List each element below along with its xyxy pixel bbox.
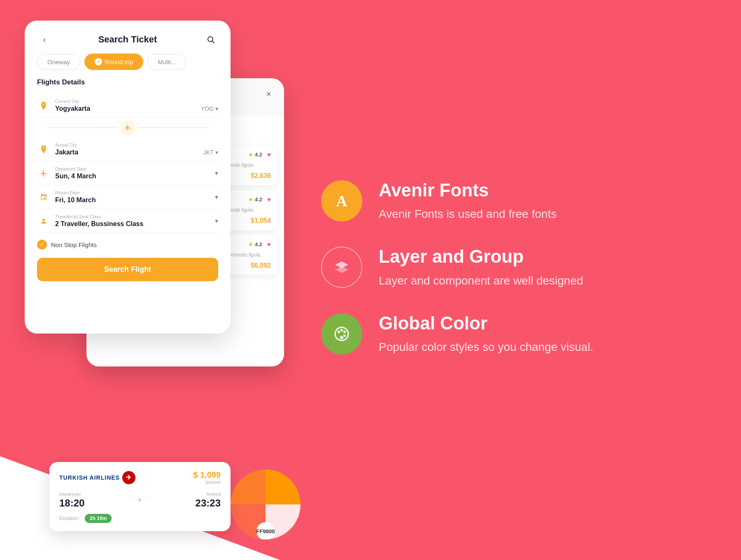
airline-logo: TURKISH AIRLINES ✈	[59, 471, 135, 484]
dashed-line-right	[138, 127, 206, 128]
color-circle-svg: FF9800	[231, 469, 301, 539]
arrival-location-icon	[37, 143, 50, 156]
right-section: A Avenir Fonts Avenir Fonts is used and …	[288, 0, 741, 560]
departure-date-field[interactable]: Departure Date Sun, 4 March ▾	[37, 161, 218, 185]
traveller-value: 2 Traveller, Bussiness Class	[55, 220, 215, 228]
traveller-icon	[37, 215, 50, 228]
arrival-city-content: Arrival City Jakarta JKT ▾	[55, 142, 218, 156]
trip-tabs: Oneway ✓ Round trip Multi...	[25, 54, 231, 78]
font-icon: A	[336, 192, 347, 210]
star-icon-0: ★	[248, 152, 253, 158]
svg-point-3	[338, 331, 340, 333]
svg-marker-1	[335, 266, 348, 273]
svg-point-4	[340, 329, 343, 331]
heart-icon-0[interactable]: ♥	[267, 151, 271, 158]
chevron-down-icon: ▾	[215, 105, 218, 112]
layer-feature-text: Layer and Group Layer and component are …	[379, 247, 583, 289]
color-value-text: FF9800	[256, 528, 275, 534]
location-icon	[37, 99, 50, 112]
close-button[interactable]: ✕	[263, 88, 274, 100]
result-rating-0: ★ 4.2 ♥	[248, 151, 271, 158]
dashed-line-left	[49, 127, 117, 128]
plane-divider	[37, 118, 218, 138]
ticket-price-block: $ 1,099 /person	[193, 470, 221, 485]
departure-date-value: Sun, 4 March	[55, 173, 215, 180]
price-per: /person	[193, 480, 221, 485]
avenir-description: Avenir Fonts is used and free fonts	[379, 206, 557, 222]
non-stop-row[interactable]: ✓ Non Stop Flights	[37, 233, 218, 258]
departure-date-label: Departure Date	[55, 166, 215, 171]
ticket-times: Departurer 18:20 ✈ Arrived 23:23	[59, 490, 221, 510]
search-icon-button[interactable]	[203, 32, 218, 47]
arrival-city-code: JKT ▾	[203, 149, 218, 156]
phone-header: ‹ Search Ticket	[25, 21, 231, 54]
return-date-value: Fri, 10 March	[55, 196, 215, 204]
arrival-city-field[interactable]: Arrival City Jakarta JKT ▾	[37, 138, 218, 161]
result-rating-2: ★ 4.2 ♥	[248, 241, 271, 248]
current-city-content: Current City Yogyakarta YOG ▾	[55, 99, 218, 112]
plane-center-icon: ✈	[126, 490, 154, 510]
duration-label: Duration :	[59, 516, 81, 521]
svg-point-6	[343, 334, 346, 337]
left-section: ‹ Search Ticket Oneway ✓ Round trip Mult…	[25, 12, 280, 548]
chevron-down-icon-dep: ▾	[215, 169, 218, 177]
price-amount: $ 1,099	[193, 470, 221, 480]
star-icon-1: ★	[248, 196, 253, 203]
chevron-down-icon-ret: ▾	[215, 193, 218, 201]
duration-badge: 2h 15m	[85, 514, 112, 523]
flights-details-title: Flights Details	[37, 78, 218, 86]
current-city-label: Current City	[55, 99, 218, 104]
current-city-field[interactable]: Current City Yogyakarta YOG ▾	[37, 94, 218, 118]
color-feature-text: Global Color Popular color styles so you…	[379, 313, 593, 355]
feature-color: Global Color Popular color styles so you…	[321, 313, 708, 355]
avenir-feature-text: Avenir Fonts Avenir Fonts is used and fr…	[379, 180, 557, 222]
arrived-time-value: 23:23	[196, 497, 221, 509]
departure-time-block: Departurer 18:20	[59, 492, 84, 509]
phone-card-main: ‹ Search Ticket Oneway ✓ Round trip Mult…	[25, 21, 231, 334]
current-city-value: Yogyakarta	[55, 105, 90, 112]
svg-line-9	[212, 41, 214, 43]
departure-time-value: 18:20	[59, 497, 84, 509]
avenir-icon-circle: A	[321, 180, 362, 222]
departure-icon	[37, 167, 50, 180]
return-date-content: Return Date Fri, 10 March	[55, 190, 215, 204]
chevron-down-icon-arrival: ▾	[215, 149, 218, 156]
feature-avenir: A Avenir Fonts Avenir Fonts is used and …	[321, 180, 708, 222]
color-description: Popular color styles so you change visua…	[379, 339, 593, 355]
airline-symbol: ✈	[122, 471, 135, 484]
ticket-card: TURKISH AIRLINES ✈ $ 1,099 /person Depar…	[49, 462, 231, 531]
layer-icon-circle	[321, 247, 362, 288]
ticket-airline-row: TURKISH AIRLINES ✈ $ 1,099 /person	[59, 470, 221, 485]
tab-multi[interactable]: Multi...	[147, 54, 186, 70]
svg-point-5	[343, 331, 346, 333]
flights-details-section: Flights Details Current City Yogyakarta …	[25, 78, 231, 258]
tab-oneway[interactable]: Oneway	[37, 54, 80, 70]
star-icon-2: ★	[248, 241, 253, 247]
traveller-field[interactable]: Traveller(s) Seat Class 2 Traveller, Bus…	[37, 209, 218, 233]
result-rating-1: ★ 4.2 ♥	[248, 196, 271, 203]
svg-point-7	[340, 336, 343, 339]
return-date-field[interactable]: Return Date Fri, 10 March ▾	[37, 185, 218, 209]
ticket-footer: Duration : 2h 15m	[59, 514, 221, 523]
departure-date-content: Departure Date Sun, 4 March	[55, 166, 215, 180]
heart-icon-2[interactable]: ♥	[267, 241, 271, 248]
tab-roundtrip[interactable]: ✓ Round trip	[84, 54, 143, 70]
arrived-time-block: Arrived 23:23	[196, 492, 221, 509]
layer-title: Layer and Group	[379, 247, 583, 266]
tab-roundtrip-label: Round trip	[105, 58, 133, 65]
tab-multi-label: Multi...	[158, 58, 176, 65]
non-stop-label: Non Stop Flights	[51, 241, 97, 248]
departure-label: Departurer	[59, 492, 84, 497]
color-circle-container: FF9800	[231, 469, 301, 539]
non-stop-check-icon: ✓	[37, 240, 47, 250]
avenir-title: Avenir Fonts	[379, 180, 557, 200]
traveller-label: Traveller(s) Seat Class	[55, 214, 215, 219]
arrival-city-value: Jakarta	[55, 149, 78, 156]
heart-icon-1[interactable]: ♥	[267, 196, 271, 203]
current-city-code: YOG ▾	[201, 105, 218, 112]
page-title: Search Ticket	[98, 34, 157, 45]
feature-layer: Layer and Group Layer and component are …	[321, 247, 708, 289]
traveller-content: Traveller(s) Seat Class 2 Traveller, Bus…	[55, 214, 215, 228]
search-flight-button[interactable]: Search Flight	[37, 258, 218, 281]
back-button[interactable]: ‹	[37, 32, 52, 47]
